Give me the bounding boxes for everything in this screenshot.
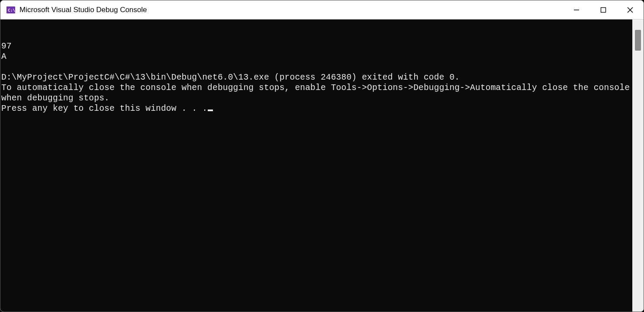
scrollbar-thumb[interactable] <box>635 30 641 51</box>
titlebar[interactable]: C:\ Microsoft Visual Studio Debug Consol… <box>0 0 644 19</box>
close-button[interactable] <box>617 0 644 19</box>
window-title: Microsoft Visual Studio Debug Console <box>19 6 563 14</box>
window-frame: C:\ Microsoft Visual Studio Debug Consol… <box>0 0 644 312</box>
console-line: A <box>1 51 632 62</box>
close-icon <box>627 7 633 13</box>
svg-text:C:\: C:\ <box>8 7 15 12</box>
console-output[interactable]: 97A D:\MyProject\ProjectC#\C#\13\bin\Deb… <box>0 19 632 312</box>
console-line: D:\MyProject\ProjectC#\C#\13\bin\Debug\n… <box>1 72 632 83</box>
maximize-button[interactable] <box>590 0 617 19</box>
vertical-scrollbar[interactable] <box>632 19 644 312</box>
client-area: 97A D:\MyProject\ProjectC#\C#\13\bin\Deb… <box>0 19 644 312</box>
app-icon: C:\ <box>6 6 15 14</box>
minimize-icon <box>573 7 580 13</box>
console-line: Press any key to close this window . . . <box>1 103 632 114</box>
console-line: 97 <box>1 41 632 51</box>
maximize-icon <box>600 7 606 13</box>
console-line <box>1 62 632 72</box>
window-controls <box>563 0 644 19</box>
minimize-button[interactable] <box>563 0 590 19</box>
cursor <box>208 109 213 111</box>
svg-rect-3 <box>601 7 606 12</box>
console-line: To automatically close the console when … <box>1 83 632 103</box>
